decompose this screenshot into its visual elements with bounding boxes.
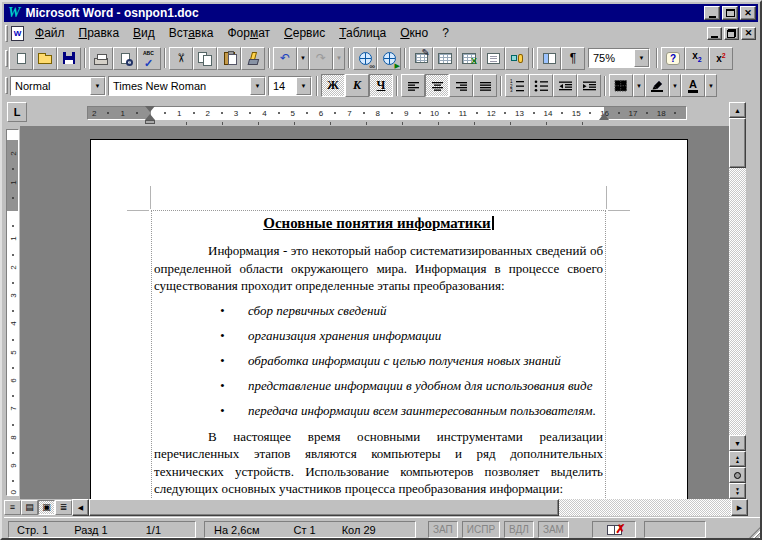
outline-view-button[interactable]: ≣ xyxy=(55,500,72,515)
zoom-combo[interactable]: 75%▼ xyxy=(588,48,650,68)
document-icon[interactable]: W xyxy=(11,26,24,41)
decrease-indent-button[interactable] xyxy=(553,74,577,97)
status-indicator[interactable]: ЗАМ xyxy=(538,521,569,538)
vertical-scroll-thumb[interactable] xyxy=(729,118,746,168)
drawing-button[interactable] xyxy=(505,47,529,70)
open-button[interactable] xyxy=(33,47,57,70)
font-combo-dropdown[interactable]: ▼ xyxy=(250,77,265,95)
menu-edit[interactable]: Правка xyxy=(72,24,127,42)
menu-tools[interactable]: Сервис xyxy=(277,24,332,42)
highlight-dropdown[interactable]: ▼ xyxy=(669,74,681,97)
web-layout-view-button[interactable]: ▤ xyxy=(21,500,38,515)
toolbar-drag-handle[interactable] xyxy=(5,77,8,94)
font-color-dropdown[interactable]: ▼ xyxy=(705,74,717,97)
bold-button[interactable]: Ж xyxy=(321,74,345,97)
minimize-button[interactable] xyxy=(704,6,720,20)
horizontal-scroll-thumb[interactable] xyxy=(89,499,559,516)
cut-button[interactable]: ✂ xyxy=(169,47,193,70)
spelling-button[interactable]: ABC✓ xyxy=(137,47,161,70)
print-layout-view-button[interactable]: ▣ xyxy=(38,500,55,515)
previous-page-button[interactable]: ▲▲ xyxy=(729,451,746,467)
show-formatting-marks-button[interactable]: ¶ xyxy=(561,47,585,70)
spelling-status-panel[interactable]: ✗ xyxy=(592,521,636,538)
menu-table[interactable]: Таблица xyxy=(332,24,393,42)
superscript-button[interactable]: x2 xyxy=(709,47,733,70)
paragraph[interactable]: В настоящее время основными инструментам… xyxy=(154,428,603,498)
web-toolbar-button[interactable]: ▶ xyxy=(377,47,401,70)
font-size-combo[interactable]: 14 ▼ xyxy=(268,76,312,96)
style-combo-dropdown[interactable]: ▼ xyxy=(90,77,105,95)
document-heading[interactable]: Основные понятия информатики xyxy=(154,213,603,233)
first-line-indent-marker[interactable] xyxy=(145,106,155,112)
doc-close-button[interactable]: ✕ xyxy=(741,27,756,40)
horizontal-scrollbar[interactable]: ≡▤▣≣ ◀ ▶ xyxy=(4,499,748,516)
italic-button[interactable]: К xyxy=(345,74,369,97)
scroll-right-button[interactable]: ▶ xyxy=(731,499,748,516)
next-page-button[interactable]: ▼▼ xyxy=(729,483,746,499)
font-color-button[interactable]: А xyxy=(681,74,705,97)
toolbar-drag-handle[interactable] xyxy=(5,25,8,42)
underline-button[interactable]: Ч xyxy=(369,74,393,97)
scroll-left-button[interactable]: ◀ xyxy=(72,499,89,516)
doc-minimize-button[interactable] xyxy=(707,27,722,40)
insert-table-button[interactable] xyxy=(433,47,457,70)
scroll-down-button[interactable]: ▼ xyxy=(729,435,746,451)
redo-button[interactable]: ↷ xyxy=(309,47,333,70)
vertical-scroll-track[interactable] xyxy=(729,118,746,435)
menu-view[interactable]: Вид xyxy=(126,24,162,42)
columns-button[interactable] xyxy=(481,47,505,70)
undo-dropdown[interactable]: ▼ xyxy=(297,47,309,70)
stage-bullet-2[interactable]: организация хранения информации xyxy=(154,327,603,344)
menu-insert[interactable]: Вставка xyxy=(162,24,221,42)
tab-selector-button[interactable]: L xyxy=(7,102,27,122)
paste-button[interactable] xyxy=(217,47,241,70)
close-button[interactable]: ✕ xyxy=(740,6,756,20)
menu-help[interactable]: ? xyxy=(435,24,456,42)
insert-hyperlink-button[interactable]: ∞ xyxy=(353,47,377,70)
print-button[interactable] xyxy=(89,47,113,70)
doc-restore-button[interactable] xyxy=(724,27,739,40)
new-document-button[interactable] xyxy=(9,47,33,70)
numbered-list-button[interactable]: 123 xyxy=(505,74,529,97)
tables-and-borders-button[interactable]: ✎ xyxy=(409,47,433,70)
insert-excel-table-button[interactable]: X xyxy=(457,47,481,70)
resize-grip[interactable] xyxy=(748,526,761,539)
menu-window[interactable]: Окно xyxy=(393,24,435,42)
stage-bullet-1[interactable]: сбор первичных сведений xyxy=(154,302,603,319)
horizontal-scroll-track[interactable] xyxy=(89,499,731,516)
copy-button[interactable] xyxy=(193,47,217,70)
highlight-button[interactable] xyxy=(645,74,669,97)
print-preview-button[interactable] xyxy=(113,47,137,70)
save-button[interactable] xyxy=(57,47,81,70)
stage-bullet-3[interactable]: обработка информации с целью получения н… xyxy=(154,352,603,369)
align-right-button[interactable] xyxy=(449,74,473,97)
vertical-scrollbar[interactable]: ▲ ▼ ▲▲ ▼▼ xyxy=(729,102,746,499)
undo-button[interactable]: ↶ xyxy=(273,47,297,70)
page[interactable]: Основные понятия информатики Информация … xyxy=(90,139,688,499)
justify-button[interactable] xyxy=(473,74,497,97)
borders-button[interactable] xyxy=(609,74,633,97)
stage-bullet-5[interactable]: передача информации всем заинтересованны… xyxy=(154,402,603,419)
menu-file[interactable]: Файл xyxy=(28,24,72,42)
right-indent-marker[interactable] xyxy=(599,113,609,120)
increase-indent-button[interactable] xyxy=(577,74,601,97)
normal-view-button[interactable]: ≡ xyxy=(4,500,21,515)
bulleted-list-button[interactable] xyxy=(529,74,553,97)
style-combo[interactable]: Normal ▼ xyxy=(10,76,106,96)
status-indicator[interactable]: ВДЛ xyxy=(504,521,534,538)
document-map-button[interactable] xyxy=(537,47,561,70)
align-center-button[interactable] xyxy=(425,74,449,97)
status-page-info[interactable]: Стр. 1 Разд 1 1/1 xyxy=(8,521,196,538)
status-cursor-info[interactable]: На 2,6см Ст 1 Кол 29 xyxy=(204,521,416,538)
scroll-up-button[interactable]: ▲ xyxy=(729,102,746,118)
document-workspace[interactable]: Основные понятия информатики Информация … xyxy=(20,126,729,499)
select-browse-object-button[interactable] xyxy=(729,467,746,483)
paragraph[interactable]: Информация - это некоторый набор система… xyxy=(154,242,603,295)
status-indicator[interactable]: ИСПР xyxy=(462,521,500,538)
text-area[interactable]: Основные понятия информатики Информация … xyxy=(151,210,606,499)
align-left-button[interactable] xyxy=(401,74,425,97)
borders-dropdown[interactable]: ▼ xyxy=(633,74,645,97)
font-size-combo-dropdown[interactable]: ▼ xyxy=(296,77,311,95)
format-painter-button[interactable] xyxy=(241,47,265,70)
font-combo[interactable]: Times New Roman ▼ xyxy=(108,76,266,96)
